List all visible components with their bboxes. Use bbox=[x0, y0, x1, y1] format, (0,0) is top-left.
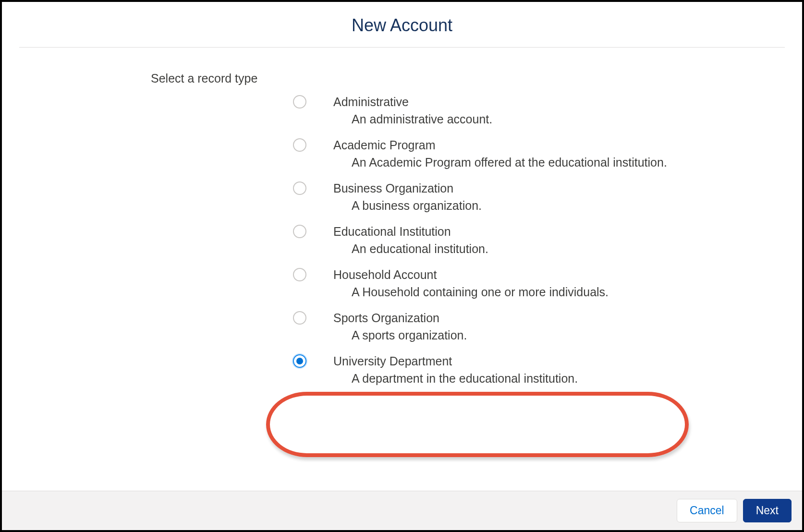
modal-body: Select a record type Administrative An a… bbox=[2, 48, 802, 491]
radio-icon[interactable] bbox=[293, 268, 306, 281]
option-university-department[interactable]: University Department A department in th… bbox=[293, 350, 783, 393]
radio-icon[interactable] bbox=[293, 225, 306, 238]
option-title: Household Account bbox=[333, 267, 609, 283]
option-title: Business Organization bbox=[333, 181, 482, 197]
option-academic-program[interactable]: Academic Program An Academic Program off… bbox=[293, 133, 783, 177]
option-household-account[interactable]: Household Account A Household containing… bbox=[293, 263, 783, 306]
option-text: Business Organization A business organiz… bbox=[333, 181, 482, 214]
new-account-modal: New Account Select a record type Adminis… bbox=[0, 0, 804, 532]
option-business-organization[interactable]: Business Organization A business organiz… bbox=[293, 177, 783, 220]
option-desc: An Academic Program offered at the educa… bbox=[333, 154, 667, 171]
radio-icon[interactable] bbox=[293, 138, 306, 152]
option-sports-organization[interactable]: Sports Organization A sports organizatio… bbox=[293, 306, 783, 350]
modal-header: New Account bbox=[2, 2, 802, 47]
option-text: Academic Program An Academic Program off… bbox=[333, 137, 667, 171]
radio-icon[interactable] bbox=[293, 354, 306, 368]
option-title: Academic Program bbox=[333, 137, 667, 154]
next-button[interactable]: Next bbox=[743, 499, 792, 522]
modal-title: New Account bbox=[12, 15, 792, 36]
option-desc: A department in the educational institut… bbox=[333, 370, 578, 387]
option-title: Sports Organization bbox=[333, 310, 467, 326]
option-title: Educational Institution bbox=[333, 224, 488, 240]
option-desc: An administrative account. bbox=[333, 110, 492, 128]
record-type-prompt: Select a record type bbox=[151, 72, 783, 85]
option-text: University Department A department in th… bbox=[333, 353, 578, 387]
option-desc: An educational institution. bbox=[333, 240, 488, 257]
option-text: Educational Institution An educational i… bbox=[333, 224, 488, 257]
option-title: University Department bbox=[333, 353, 578, 370]
option-text: Sports Organization A sports organizatio… bbox=[333, 310, 467, 344]
option-desc: A business organization. bbox=[333, 197, 482, 214]
option-text: Administrative An administrative account… bbox=[333, 94, 492, 128]
option-text: Household Account A Household containing… bbox=[333, 267, 609, 301]
option-educational-institution[interactable]: Educational Institution An educational i… bbox=[293, 220, 783, 263]
option-title: Administrative bbox=[333, 94, 492, 110]
modal-footer: Cancel Next bbox=[2, 491, 802, 530]
radio-icon[interactable] bbox=[293, 95, 306, 109]
radio-icon[interactable] bbox=[293, 311, 306, 325]
option-administrative[interactable]: Administrative An administrative account… bbox=[293, 90, 783, 133]
record-type-options: Administrative An administrative account… bbox=[151, 89, 783, 393]
cancel-button[interactable]: Cancel bbox=[677, 499, 737, 522]
radio-icon[interactable] bbox=[293, 181, 306, 195]
option-desc: A sports organization. bbox=[333, 326, 467, 344]
option-desc: A Household containing one or more indiv… bbox=[333, 283, 609, 301]
